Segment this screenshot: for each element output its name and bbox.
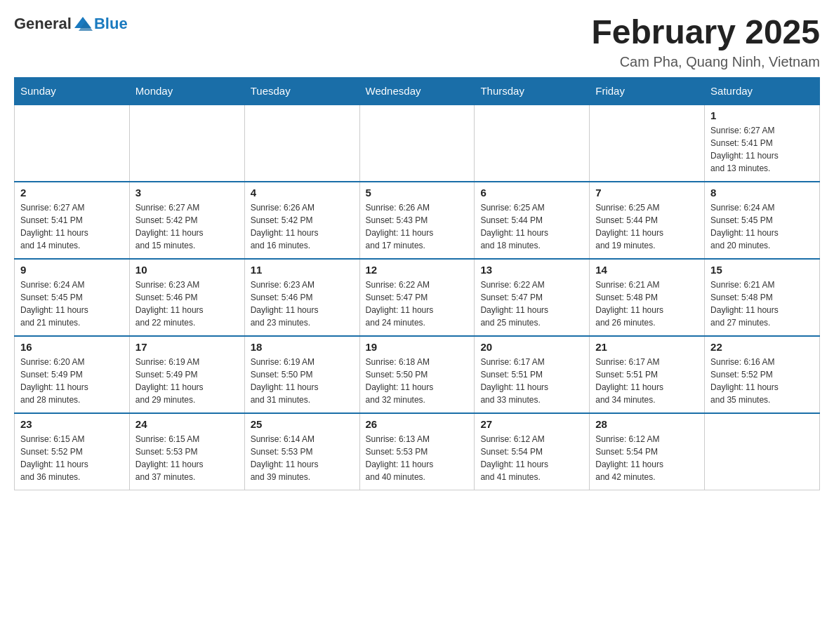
calendar-week-row-1: 1Sunrise: 6:27 AM Sunset: 5:41 PM Daylig… bbox=[15, 105, 820, 182]
day-number: 1 bbox=[710, 109, 814, 121]
calendar-week-row-4: 16Sunrise: 6:20 AM Sunset: 5:49 PM Dayli… bbox=[15, 336, 820, 413]
day-info: Sunrise: 6:19 AM Sunset: 5:50 PM Dayligh… bbox=[251, 356, 354, 406]
calendar-cell: 13Sunrise: 6:22 AM Sunset: 5:47 PM Dayli… bbox=[475, 259, 590, 336]
day-number: 21 bbox=[595, 341, 699, 353]
day-number: 19 bbox=[366, 341, 469, 353]
day-info: Sunrise: 6:25 AM Sunset: 5:44 PM Dayligh… bbox=[480, 201, 583, 252]
weekday-header-friday: Friday bbox=[590, 77, 705, 105]
weekday-header-wednesday: Wednesday bbox=[359, 77, 475, 105]
day-info: Sunrise: 6:27 AM Sunset: 5:41 PM Dayligh… bbox=[20, 201, 124, 252]
calendar-cell: 19Sunrise: 6:18 AM Sunset: 5:50 PM Dayli… bbox=[359, 336, 475, 413]
calendar-cell bbox=[15, 105, 130, 182]
weekday-header-thursday: Thursday bbox=[475, 77, 590, 105]
calendar-week-row-5: 23Sunrise: 6:15 AM Sunset: 5:52 PM Dayli… bbox=[15, 413, 820, 490]
calendar-cell: 27Sunrise: 6:12 AM Sunset: 5:54 PM Dayli… bbox=[475, 413, 590, 490]
day-number: 11 bbox=[251, 264, 354, 276]
day-info: Sunrise: 6:12 AM Sunset: 5:54 PM Dayligh… bbox=[595, 433, 699, 483]
day-info: Sunrise: 6:27 AM Sunset: 5:42 PM Dayligh… bbox=[135, 201, 239, 252]
day-info: Sunrise: 6:27 AM Sunset: 5:41 PM Dayligh… bbox=[710, 124, 814, 175]
page-header: General Blue February 2025 Cam Pha, Quan… bbox=[14, 14, 820, 70]
calendar-cell: 9Sunrise: 6:24 AM Sunset: 5:45 PM Daylig… bbox=[15, 259, 130, 336]
day-info: Sunrise: 6:24 AM Sunset: 5:45 PM Dayligh… bbox=[710, 201, 814, 252]
day-info: Sunrise: 6:21 AM Sunset: 5:48 PM Dayligh… bbox=[595, 279, 699, 329]
calendar-cell bbox=[129, 105, 244, 182]
calendar-cell: 7Sunrise: 6:25 AM Sunset: 5:44 PM Daylig… bbox=[590, 182, 705, 259]
calendar-week-row-2: 2Sunrise: 6:27 AM Sunset: 5:41 PM Daylig… bbox=[15, 182, 820, 259]
day-number: 4 bbox=[251, 187, 354, 199]
day-number: 12 bbox=[366, 264, 469, 276]
calendar-cell bbox=[590, 105, 705, 182]
logo-icon bbox=[73, 14, 93, 34]
day-number: 5 bbox=[366, 187, 469, 199]
calendar-cell: 6Sunrise: 6:25 AM Sunset: 5:44 PM Daylig… bbox=[475, 182, 590, 259]
calendar-cell: 4Sunrise: 6:26 AM Sunset: 5:42 PM Daylig… bbox=[244, 182, 359, 259]
calendar-week-row-3: 9Sunrise: 6:24 AM Sunset: 5:45 PM Daylig… bbox=[15, 259, 820, 336]
day-info: Sunrise: 6:24 AM Sunset: 5:45 PM Dayligh… bbox=[20, 279, 124, 329]
day-number: 8 bbox=[710, 187, 814, 199]
day-number: 7 bbox=[595, 187, 699, 199]
day-number: 13 bbox=[480, 264, 583, 276]
calendar-cell bbox=[475, 105, 590, 182]
day-number: 18 bbox=[251, 341, 354, 353]
calendar-cell: 17Sunrise: 6:19 AM Sunset: 5:49 PM Dayli… bbox=[129, 336, 244, 413]
month-title: February 2025 bbox=[591, 14, 820, 51]
day-info: Sunrise: 6:17 AM Sunset: 5:51 PM Dayligh… bbox=[480, 356, 583, 406]
calendar-cell bbox=[705, 413, 820, 490]
day-info: Sunrise: 6:23 AM Sunset: 5:46 PM Dayligh… bbox=[135, 279, 239, 329]
day-info: Sunrise: 6:23 AM Sunset: 5:46 PM Dayligh… bbox=[251, 279, 354, 329]
calendar-cell: 14Sunrise: 6:21 AM Sunset: 5:48 PM Dayli… bbox=[590, 259, 705, 336]
calendar-cell: 18Sunrise: 6:19 AM Sunset: 5:50 PM Dayli… bbox=[244, 336, 359, 413]
day-number: 28 bbox=[595, 418, 699, 430]
day-info: Sunrise: 6:25 AM Sunset: 5:44 PM Dayligh… bbox=[595, 201, 699, 252]
calendar-cell: 22Sunrise: 6:16 AM Sunset: 5:52 PM Dayli… bbox=[705, 336, 820, 413]
calendar-cell: 8Sunrise: 6:24 AM Sunset: 5:45 PM Daylig… bbox=[705, 182, 820, 259]
day-info: Sunrise: 6:12 AM Sunset: 5:54 PM Dayligh… bbox=[480, 433, 583, 483]
day-info: Sunrise: 6:13 AM Sunset: 5:53 PM Dayligh… bbox=[366, 433, 469, 483]
calendar-cell: 5Sunrise: 6:26 AM Sunset: 5:43 PM Daylig… bbox=[359, 182, 475, 259]
day-number: 22 bbox=[710, 341, 814, 353]
day-info: Sunrise: 6:15 AM Sunset: 5:53 PM Dayligh… bbox=[135, 433, 239, 483]
day-number: 2 bbox=[20, 187, 124, 199]
day-number: 10 bbox=[135, 264, 239, 276]
calendar-cell bbox=[244, 105, 359, 182]
day-info: Sunrise: 6:16 AM Sunset: 5:52 PM Dayligh… bbox=[710, 356, 814, 406]
day-info: Sunrise: 6:18 AM Sunset: 5:50 PM Dayligh… bbox=[366, 356, 469, 406]
calendar-cell: 20Sunrise: 6:17 AM Sunset: 5:51 PM Dayli… bbox=[475, 336, 590, 413]
day-info: Sunrise: 6:17 AM Sunset: 5:51 PM Dayligh… bbox=[595, 356, 699, 406]
calendar-cell: 24Sunrise: 6:15 AM Sunset: 5:53 PM Dayli… bbox=[129, 413, 244, 490]
weekday-header-monday: Monday bbox=[129, 77, 244, 105]
calendar-cell: 28Sunrise: 6:12 AM Sunset: 5:54 PM Dayli… bbox=[590, 413, 705, 490]
day-number: 14 bbox=[595, 264, 699, 276]
day-number: 25 bbox=[251, 418, 354, 430]
day-info: Sunrise: 6:14 AM Sunset: 5:53 PM Dayligh… bbox=[251, 433, 354, 483]
day-number: 20 bbox=[480, 341, 583, 353]
day-number: 24 bbox=[135, 418, 239, 430]
day-info: Sunrise: 6:19 AM Sunset: 5:49 PM Dayligh… bbox=[135, 356, 239, 406]
day-info: Sunrise: 6:15 AM Sunset: 5:52 PM Dayligh… bbox=[20, 433, 124, 483]
calendar-cell: 26Sunrise: 6:13 AM Sunset: 5:53 PM Dayli… bbox=[359, 413, 475, 490]
day-number: 27 bbox=[480, 418, 583, 430]
day-info: Sunrise: 6:20 AM Sunset: 5:49 PM Dayligh… bbox=[20, 356, 124, 406]
calendar-cell: 16Sunrise: 6:20 AM Sunset: 5:49 PM Dayli… bbox=[15, 336, 130, 413]
weekday-header-saturday: Saturday bbox=[705, 77, 820, 105]
calendar-table: SundayMondayTuesdayWednesdayThursdayFrid… bbox=[14, 77, 820, 491]
day-number: 9 bbox=[20, 264, 124, 276]
calendar-cell: 1Sunrise: 6:27 AM Sunset: 5:41 PM Daylig… bbox=[705, 105, 820, 182]
calendar-cell bbox=[359, 105, 475, 182]
weekday-header-row: SundayMondayTuesdayWednesdayThursdayFrid… bbox=[15, 77, 820, 105]
day-number: 23 bbox=[20, 418, 124, 430]
calendar-cell: 25Sunrise: 6:14 AM Sunset: 5:53 PM Dayli… bbox=[244, 413, 359, 490]
day-number: 26 bbox=[366, 418, 469, 430]
logo-general-text: General bbox=[14, 15, 72, 33]
location-subtitle: Cam Pha, Quang Ninh, Vietnam bbox=[591, 54, 820, 70]
day-info: Sunrise: 6:22 AM Sunset: 5:47 PM Dayligh… bbox=[480, 279, 583, 329]
day-number: 6 bbox=[480, 187, 583, 199]
calendar-cell: 21Sunrise: 6:17 AM Sunset: 5:51 PM Dayli… bbox=[590, 336, 705, 413]
calendar-cell: 3Sunrise: 6:27 AM Sunset: 5:42 PM Daylig… bbox=[129, 182, 244, 259]
logo-blue-text: Blue bbox=[94, 15, 128, 33]
logo: General Blue bbox=[14, 14, 128, 34]
day-number: 17 bbox=[135, 341, 239, 353]
calendar-cell: 10Sunrise: 6:23 AM Sunset: 5:46 PM Dayli… bbox=[129, 259, 244, 336]
day-number: 3 bbox=[135, 187, 239, 199]
day-number: 16 bbox=[20, 341, 124, 353]
